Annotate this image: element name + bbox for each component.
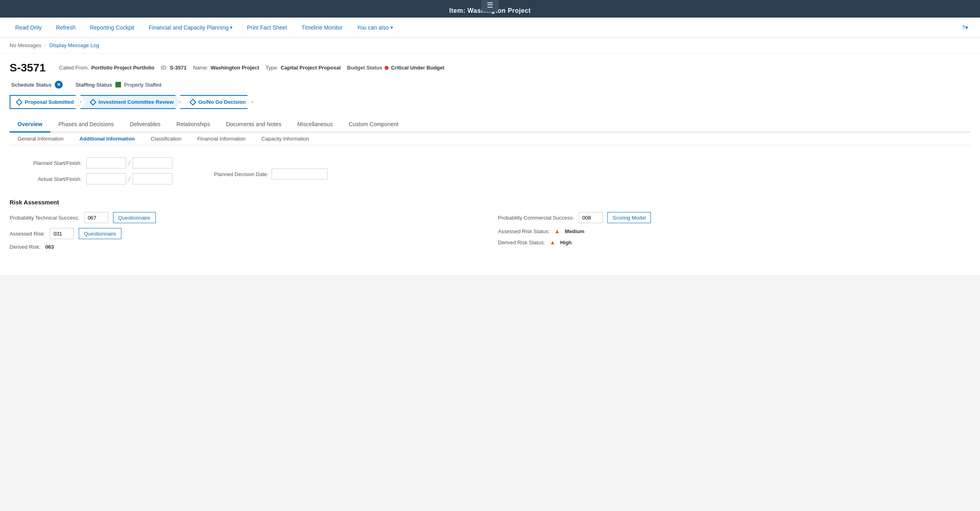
derived-risk-status-label: Derived Risk Status:	[498, 240, 545, 246]
tab-deliverables[interactable]: Deliverables	[122, 117, 169, 133]
planned-finish-input[interactable]	[133, 157, 173, 168]
prob-commercial-input[interactable]	[579, 212, 603, 223]
nav-financial-planning[interactable]: Financial and Capacity Planning ▾	[141, 19, 240, 36]
planned-decision-date-label: Planned Decision Date:	[196, 171, 268, 177]
nav-refresh[interactable]: Refresh	[49, 19, 83, 36]
assessed-risk-input[interactable]	[50, 228, 74, 239]
prob-tech-label: Probability Technical Success:	[10, 215, 79, 221]
financial-planning-chevron: ▾	[230, 25, 232, 30]
subtab-additional[interactable]: Additional Information	[71, 133, 143, 145]
step-committee-label: Investment Committee Review	[99, 99, 174, 105]
subtab-capacity[interactable]: Capacity Information	[254, 133, 317, 145]
risk-assessment-section: Probability Technical Success: Questionn…	[10, 212, 970, 255]
id-value: S-3571	[170, 65, 186, 71]
called-from-value: Portfolio Project Portfolio	[91, 65, 154, 71]
budget-status-label: Budget Status	[347, 65, 382, 71]
actual-start-finish-row: Actual Start/Finish: /	[10, 173, 173, 184]
main-tabs: Overview Phases and Decisions Deliverabl…	[10, 117, 970, 133]
actual-start-finish-inputs: /	[86, 173, 173, 184]
subtab-general[interactable]: General Information	[10, 133, 71, 145]
called-from-pair: Called From: Portfolio Project Portfolio	[59, 65, 155, 71]
date-sep: /	[127, 160, 132, 166]
nav-right: ? ▾	[958, 19, 972, 36]
derived-risk-status-value: High	[560, 240, 572, 246]
workflow-step-committee[interactable]: Investment Committee Review	[80, 95, 181, 109]
nav-bar: Read Only Refresh Reporting Cockpit Fina…	[0, 18, 980, 38]
prob-tech-row: Probability Technical Success: Questionn…	[10, 212, 482, 223]
name-label: Name:	[193, 65, 208, 71]
tab-miscellaneous[interactable]: Miscellaneous	[289, 117, 341, 133]
derived-risk-label: Derived Risk:	[10, 244, 40, 250]
staffing-status-value: Properly Staffed	[124, 82, 161, 88]
planned-start-input[interactable]	[86, 157, 126, 168]
budget-status-value: Critical Under Budget	[391, 65, 444, 71]
hamburger-menu[interactable]: ☰	[481, 0, 499, 12]
budget-status: Budget Status Critical Under Budget	[347, 65, 444, 71]
subtab-classification[interactable]: Classification	[143, 133, 190, 145]
tab-relationships[interactable]: Relationships	[169, 117, 218, 133]
no-messages-text: No Messages	[10, 42, 41, 48]
derived-risk-row: Derived Risk: 063	[10, 244, 482, 250]
nav-print-fact-sheet[interactable]: Print Fact Sheet	[240, 19, 294, 36]
subtab-financial[interactable]: Financial Information	[189, 133, 254, 145]
step-diamond-icon	[89, 99, 96, 105]
step-diamond-icon	[16, 99, 23, 105]
red-dot-icon	[385, 66, 389, 70]
date-sep-2: /	[127, 176, 132, 182]
display-message-log-link[interactable]: Display Message Log	[50, 42, 99, 48]
staffing-status-label: Staffing Status	[75, 82, 112, 88]
scoring-model-button[interactable]: Scoring Model	[607, 212, 651, 223]
you-can-also-chevron: ▾	[391, 25, 393, 30]
questionnaire-button-assessed[interactable]: Questionnaire	[79, 228, 121, 239]
nav-you-can-also[interactable]: You can also ▾	[350, 19, 400, 36]
form-section: Planned Start/Finish: / Actual Start/Fin…	[10, 153, 970, 259]
tab-overview[interactable]: Overview	[10, 117, 50, 133]
derived-risk-status-icon: ▲	[550, 239, 555, 246]
schedule-status: Schedule Status ✕	[11, 81, 63, 89]
assessed-risk-label: Assessed Risk:	[10, 231, 45, 237]
item-header: S-3571 Called From: Portfolio Project Po…	[10, 61, 970, 74]
planned-start-finish-inputs: /	[86, 157, 173, 168]
prob-commercial-label: Probability Commercial Success:	[498, 215, 574, 221]
nav-read-only[interactable]: Read Only	[8, 19, 49, 36]
actual-start-input[interactable]	[86, 173, 126, 184]
schedule-status-icon: ✕	[55, 81, 63, 89]
schedule-status-label: Schedule Status	[11, 82, 52, 88]
called-from-label: Called From:	[59, 65, 89, 71]
questionnaire-button-tech[interactable]: Questionnaire	[113, 212, 156, 223]
id-label: ID:	[161, 65, 168, 71]
id-pair: ID: S-3571	[161, 65, 187, 71]
prob-commercial-row: Probability Commercial Success: Scoring …	[498, 212, 970, 223]
prob-tech-input[interactable]	[84, 212, 108, 223]
tab-custom[interactable]: Custom Component	[341, 117, 407, 133]
step-diamond-icon	[189, 99, 196, 105]
planned-decision-date-input[interactable]	[272, 168, 327, 180]
status-row: Schedule Status ✕ Staffing Status Proper…	[10, 81, 970, 89]
tab-phases[interactable]: Phases and Decisions	[50, 117, 122, 133]
planned-start-finish-row: Planned Start/Finish: /	[10, 157, 173, 168]
derived-risk-status-row: Derived Risk Status: ▲ High	[498, 239, 970, 246]
item-id: S-3571	[10, 61, 50, 74]
staffing-status: Staffing Status Properly Staffed	[75, 82, 161, 88]
nav-timeline-monitor[interactable]: Timeline Monitor	[294, 19, 350, 36]
actual-finish-input[interactable]	[133, 173, 173, 184]
type-label: Type:	[266, 65, 278, 71]
assessed-risk-status-icon: ▲	[554, 228, 560, 234]
name-value: Washington Project	[210, 65, 259, 71]
item-meta: Called From: Portfolio Project Portfolio…	[59, 61, 444, 71]
message-bar: No Messages - Display Message Log	[0, 38, 980, 53]
nav-reporting-cockpit[interactable]: Reporting Cockpit	[83, 19, 141, 36]
help-button[interactable]: ? ▾	[958, 19, 972, 36]
workflow-step-gono[interactable]: Go/No Go Decision	[180, 95, 253, 109]
risk-left-col: Probability Technical Success: Questionn…	[10, 212, 482, 255]
help-chevron: ▾	[965, 24, 968, 31]
risk-assessment-title: Risk Assessment	[10, 199, 970, 206]
staffing-status-icon	[115, 82, 121, 87]
tab-documents[interactable]: Documents and Notes	[218, 117, 290, 133]
sub-tabs: General Information Additional Informati…	[10, 133, 970, 145]
assessed-risk-row: Assessed Risk: Questionnaire	[10, 228, 482, 239]
main-content: S-3571 Called From: Portfolio Project Po…	[0, 53, 980, 275]
workflow-step-proposal[interactable]: Proposal Submitted	[10, 95, 81, 109]
actual-start-finish-label: Actual Start/Finish:	[10, 176, 81, 182]
question-icon: ?	[962, 24, 965, 31]
